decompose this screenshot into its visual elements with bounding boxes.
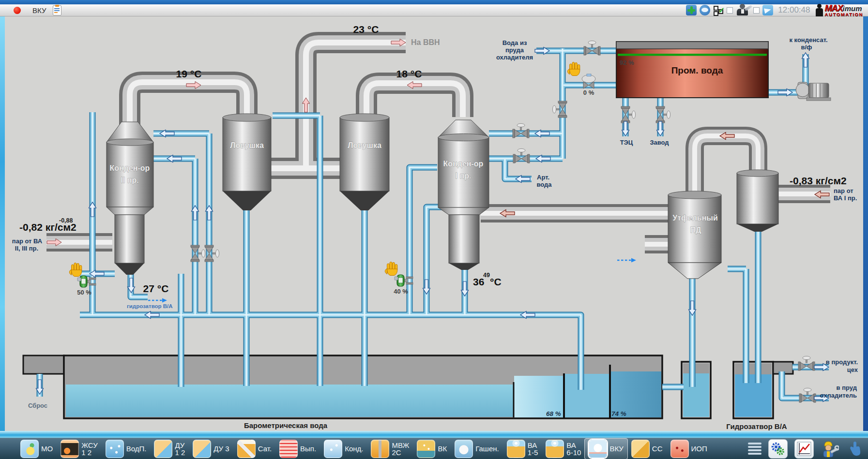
clock: 12:00:48 [778, 5, 810, 15]
aux-condenser [737, 170, 778, 232]
titlebar: ВКУ ✓ 12:00:48 MAXimum AUTOMATION [0, 4, 868, 16]
taskbar-item-vodp[interactable]: ВодП. [102, 439, 151, 459]
trends-chart-button[interactable] [794, 439, 814, 459]
taskbar-item-va610[interactable]: ВА6-10 [542, 439, 585, 459]
taskbar-item-du3[interactable]: ДУ 3 [189, 439, 233, 459]
desktop-edge-left [0, 16, 5, 432]
chat-icon[interactable] [700, 5, 710, 15]
label-to-product-2: цех [847, 366, 858, 373]
valve-pct-50: 50 % [77, 289, 91, 296]
label-to-cond-1: к конденсат. [789, 36, 827, 44]
level-74: 74 % [611, 410, 626, 417]
label-zavod: Завод [650, 139, 669, 146]
telegram-icon[interactable] [762, 5, 773, 15]
app-icon-gashen [455, 440, 473, 458]
touch-hand-icon[interactable] [846, 440, 864, 458]
level-prom: 92 % [620, 59, 634, 66]
app-icon-zhsu [61, 440, 79, 458]
app-icon-sat [237, 440, 256, 458]
taskbar-item-ss[interactable]: СС [627, 439, 667, 459]
brand-sub: AUTOMATION [824, 12, 863, 17]
temp-18: 18 °C [396, 68, 422, 79]
network-status-icon[interactable]: ✓ [713, 5, 724, 15]
taskbar-item-sat[interactable]: Сат. [233, 439, 275, 459]
window-title: ВКУ [32, 6, 46, 15]
taskbar-item-mvzh2s[interactable]: МВЖ2С [367, 439, 413, 459]
menu-bars-icon[interactable] [748, 443, 761, 455]
scada-screen: 19 °C 23 °C 18 °C 27 °C 36 49 °C На ВВН … [0, 0, 868, 459]
label-cond2-2: II пр. [121, 176, 138, 184]
label-trap1: Ловушка [230, 141, 264, 149]
label-to-cond-2: в/ф [801, 44, 812, 51]
tray-checkbox-1[interactable] [727, 7, 733, 14]
taskbar-item-vk[interactable]: ВК [413, 439, 451, 459]
brand-figure-icon [816, 4, 823, 16]
label-pond-1: Вода из [503, 39, 527, 46]
app-icon-iop [670, 440, 689, 458]
barometric-basin [23, 355, 662, 418]
label-utfel-2: ПД [690, 226, 702, 234]
operator-icon[interactable] [736, 4, 750, 16]
app-icon-va15 [507, 440, 525, 458]
brand-logo: MAXimum AUTOMATION [816, 4, 863, 17]
worker-wrench-icon [821, 440, 839, 458]
temp-19: 19 °C [176, 68, 202, 79]
record-indicator[interactable] [14, 7, 21, 14]
label-art-2: вода [536, 181, 552, 188]
app-icon-kond [324, 440, 342, 458]
temp-36: 36 [473, 276, 484, 287]
taskbar-item-gashen[interactable]: Гашен. [451, 439, 503, 459]
label-utfel-1: Утфельный [672, 214, 718, 222]
trap-2 [340, 114, 389, 210]
app-icon-va610 [546, 440, 564, 458]
label-to-pond-2: охладитель [820, 392, 857, 399]
app-icon-du12 [154, 440, 172, 458]
trap-1 [223, 114, 271, 210]
tray-checkbox-2[interactable] [753, 7, 760, 14]
app-icon-vk [417, 440, 435, 458]
taskbar-item-iop[interactable]: ИОП [667, 439, 711, 459]
blue-hand-icon [848, 441, 862, 457]
label-sbros: Сброс [28, 402, 47, 409]
label-cond1-2: I пр. [456, 172, 472, 180]
process-diagram: 19 °C 23 °C 18 °C 27 °C 36 49 °C На ВВН … [0, 0, 868, 459]
label-prom-tank: Пром. вода [671, 65, 723, 75]
add-icon[interactable] [686, 5, 697, 15]
app-icon-ss [631, 440, 650, 458]
taskbar-item-vyp[interactable]: Вып. [275, 439, 320, 459]
taskbar-item-kond[interactable]: Конд. [320, 439, 367, 459]
taskbar-item-zhsu[interactable]: ЖСУ1 2 [57, 439, 102, 459]
taskbar: МО ЖСУ1 2 ВодП. ДУ1 2 ДУ 3 Сат. Вып. Кон… [0, 438, 868, 459]
app-icon-du3 [193, 440, 211, 458]
app-icon-vyp [279, 440, 298, 458]
app-icon-vodp [106, 440, 124, 458]
level-68: 68 % [546, 410, 561, 417]
service-worker-button[interactable] [821, 440, 839, 458]
valve-pct-40: 40 % [394, 288, 408, 295]
label-trap2: Ловушка [348, 141, 381, 149]
label-to-pond-1: в пруд [837, 384, 857, 391]
label-pond-3: охладителя [496, 54, 533, 61]
label-barometric: Барометрическая вода [244, 421, 328, 429]
label-steam2-2: II, III пр. [15, 245, 38, 252]
taskbar-item-du12[interactable]: ДУ1 2 [150, 439, 189, 459]
desktop-edge-bottom [0, 431, 868, 438]
temp-27: 27 °C [143, 283, 169, 294]
label-cond1-1: Конден-ор [443, 160, 484, 168]
desktop-edge-right [863, 16, 868, 432]
app-icon-mo [20, 440, 39, 458]
gears-icon [771, 442, 785, 456]
taskbar-item-vku[interactable]: ВКУ [585, 439, 627, 459]
taskbar-item-mo[interactable]: МО [16, 439, 57, 459]
label-pond-2: пруда [505, 46, 524, 54]
label-hydroseal: Гидрозатвор В/А [726, 422, 787, 430]
chart-icon [797, 442, 811, 456]
taskbar-item-va15[interactable]: ВА1-5 [503, 439, 542, 459]
label-cond2-1: Конден-ор [110, 164, 150, 172]
label-to-vvn: На ВВН [411, 38, 440, 46]
label-steam1-2: ВА I пр. [834, 194, 857, 202]
settings-gears-button[interactable] [768, 439, 788, 459]
utfel-condenser [668, 191, 721, 279]
label-steam1-1: пар от [834, 187, 853, 194]
clipboard-icon[interactable] [53, 5, 61, 15]
